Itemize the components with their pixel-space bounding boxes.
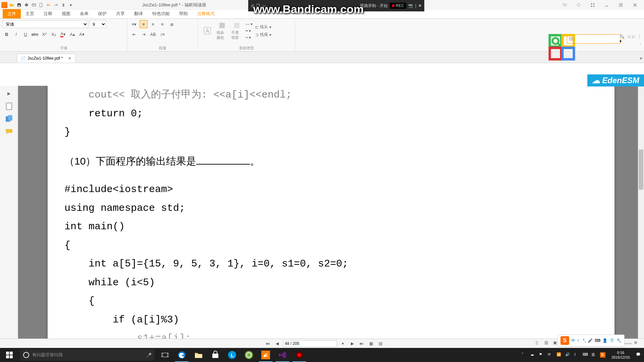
bold-icon[interactable]: B	[3, 30, 11, 38]
line-spacing-icon[interactable]: ↕≡	[158, 30, 166, 38]
edge-icon[interactable]	[174, 348, 190, 362]
font-grow-icon[interactable]: A▴	[68, 30, 76, 38]
undo-icon[interactable]	[46, 2, 52, 8]
tab-feature[interactable]: 特色功能	[148, 9, 174, 18]
volume-icon[interactable]: 🔊	[565, 352, 571, 358]
line-weight-select[interactable]: ━ ▾	[245, 28, 253, 34]
align-left-icon[interactable]: ≡	[140, 20, 148, 28]
first-page-icon[interactable]: ⏮	[264, 340, 271, 347]
line-tail-select[interactable]: ⊐ 线尾 ▾	[255, 31, 272, 38]
tab-annotformat[interactable]: 注释格式	[193, 9, 219, 18]
font-shrink-icon[interactable]: A▾	[78, 30, 86, 38]
tray-expand-icon[interactable]: ˄	[522, 352, 527, 358]
bookmark-icon[interactable]: ▦	[368, 340, 374, 347]
tab-share[interactable]: 共享	[111, 9, 129, 18]
continuous-icon[interactable]: ▥	[544, 340, 551, 347]
close-icon[interactable]: ✕	[418, 3, 422, 8]
skin-icon[interactable]: 👕	[609, 338, 614, 343]
indent-increase-icon[interactable]: ⇥	[140, 30, 148, 38]
line-color-button[interactable]: 线条颜色	[215, 20, 229, 42]
qat-more-icon[interactable]: ▾	[68, 2, 74, 8]
app-green-icon[interactable]	[241, 348, 257, 362]
spacing-icon[interactable]: AB	[149, 30, 157, 38]
ime-toolbar[interactable]: S 中 ☾ °, 🎤 ⌨ 👤 👕 🔧	[557, 335, 625, 347]
comment-icon[interactable]	[5, 127, 13, 136]
vertical-scrollbar[interactable]	[638, 86, 644, 345]
ime-lang[interactable]: 英	[591, 352, 597, 358]
tab-view[interactable]: 视图	[57, 9, 75, 18]
mic-icon[interactable]: 🎤	[588, 338, 593, 343]
cortana-search[interactable]: 有问题尽管问我 🎤	[20, 349, 154, 361]
tab-help[interactable]: 帮助	[174, 9, 193, 18]
tab-list-icon[interactable]: ▾	[638, 54, 644, 63]
opacity-button[interactable]: 不透明度	[230, 20, 244, 42]
update-icon[interactable]: ⟳	[548, 352, 553, 358]
indent-decrease-icon[interactable]: ⇤	[130, 30, 138, 38]
tab-annotate[interactable]: 注释	[39, 9, 57, 18]
record-app-icon[interactable]	[291, 348, 307, 362]
restore-icon[interactable]	[619, 3, 623, 7]
subscript-icon[interactable]: X₂	[50, 30, 58, 38]
app-l-icon[interactable]: L	[224, 348, 240, 362]
line-dash-select[interactable]: ┅ ▾	[245, 35, 253, 41]
line-head-select[interactable]: ⊏ 线头 ▾	[255, 23, 272, 31]
document-tab[interactable]: 📄 JscZw1-10flee.pdf * ✕	[17, 54, 76, 63]
font-color-icon[interactable]: A▾	[59, 30, 67, 38]
clock[interactable]: 0:16 2016/12/15	[609, 350, 633, 360]
prev-page-icon[interactable]: ◀	[274, 340, 280, 347]
store-icon[interactable]	[207, 348, 223, 362]
bluetooth-icon[interactable]: ᚼ	[574, 352, 579, 358]
page-dropdown-icon[interactable]: ▾	[339, 340, 346, 347]
page-icon[interactable]	[5, 102, 13, 111]
cart-icon[interactable]	[562, 3, 567, 7]
wifi-icon[interactable]: 📶	[556, 352, 562, 358]
redo-icon[interactable]	[53, 2, 59, 8]
font-size-select[interactable]: 9	[90, 20, 106, 28]
prev-icon[interactable]: ◁	[627, 34, 630, 39]
onedrive-icon[interactable]: ☁	[530, 352, 536, 358]
start-button[interactable]	[0, 348, 19, 362]
bullet-list-icon[interactable]: ≡▾	[130, 20, 138, 28]
next-page-icon[interactable]: ▶	[349, 340, 356, 347]
moon-icon[interactable]: ☾	[577, 338, 581, 343]
underline-icon[interactable]: U	[21, 30, 30, 38]
print-icon[interactable]	[23, 2, 30, 8]
tab-file[interactable]: 文件	[3, 9, 21, 18]
tab-form[interactable]: 表单	[75, 9, 93, 18]
tab-english[interactable]: 翻译	[129, 9, 148, 18]
strike-icon[interactable]: abc	[31, 30, 39, 38]
ime-mode[interactable]: 中	[571, 338, 575, 344]
hand-icon[interactable]	[576, 3, 581, 7]
expand-icon[interactable]: ▶	[5, 89, 13, 98]
punct-icon[interactable]: °,	[583, 338, 586, 343]
last-page-icon[interactable]: ⏭	[358, 340, 365, 347]
tab-protect[interactable]: 保护	[93, 9, 111, 18]
line-style-select[interactable]: — ▾	[245, 21, 253, 27]
new-icon[interactable]	[38, 2, 44, 8]
notifications-icon[interactable]: 💬	[636, 352, 641, 358]
close-icon[interactable]: ✕	[67, 56, 72, 61]
target-icon[interactable]: ◎	[251, 3, 254, 8]
zoom-in-icon[interactable]: ⊕	[634, 340, 641, 347]
vs-icon[interactable]	[274, 348, 290, 362]
grid-icon[interactable]	[590, 3, 595, 7]
page-number-input[interactable]	[283, 340, 337, 347]
window-icon[interactable]: ❐	[256, 3, 260, 8]
keyboard-icon[interactable]: ⌨	[583, 352, 588, 358]
settings-icon[interactable]: 🔧	[616, 338, 622, 343]
minimize-icon[interactable]	[604, 3, 609, 7]
align-right-icon[interactable]: ≡	[158, 20, 166, 28]
sogou-icon[interactable]: S	[560, 336, 569, 345]
mic-icon[interactable]: 🎤	[146, 353, 152, 358]
next-icon[interactable]: ▷	[632, 34, 635, 39]
foxit-task-icon[interactable]	[258, 348, 274, 362]
camera-icon[interactable]: 📷	[408, 3, 413, 8]
scrollbar-thumb[interactable]	[639, 149, 643, 190]
search-icon[interactable]: 🔍▾	[620, 34, 625, 44]
text-style-button[interactable]: A	[201, 25, 214, 36]
save-icon[interactable]	[16, 2, 22, 8]
tab-home[interactable]: 主页	[21, 9, 39, 18]
layers-icon[interactable]: ▤	[377, 340, 384, 347]
flag-icon[interactable]: ⚑	[539, 352, 544, 358]
pages-icon[interactable]	[5, 115, 13, 123]
